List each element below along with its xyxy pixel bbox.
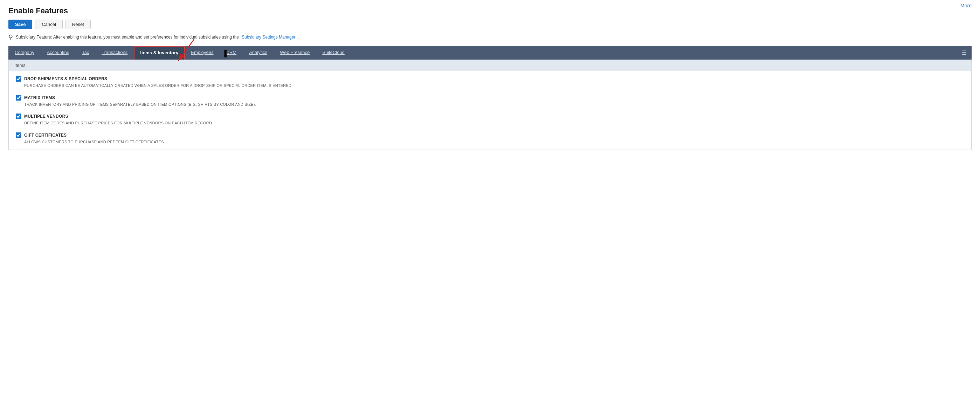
checkbox-matrix-items[interactable]	[16, 95, 21, 100]
subsidiary-settings-link[interactable]: Subsidiary Settings Manager	[242, 35, 295, 40]
page-container: More Enable Features Save Cancel Reset ⚲…	[0, 0, 980, 405]
nav-tab-menu-button[interactable]: ☰	[957, 46, 972, 59]
feature-item-gift-certificates: GIFT CERTIFICATESALLOWS CUSTOMERS TO PUR…	[16, 132, 964, 145]
feature-item-multiple-vendors: MULTIPLE VENDORSDEFINE ITEM CODES AND PU…	[16, 113, 964, 126]
nav-tab-company[interactable]: Company	[8, 46, 41, 59]
cancel-button[interactable]: Cancel	[35, 20, 62, 29]
nav-tab-crm[interactable]: CRM	[220, 46, 243, 59]
feature-label-gift-certificates: GIFT CERTIFICATES	[24, 133, 67, 138]
section-body-items: DROP SHIPMENTS & SPECIAL ORDERSPURCHASE …	[9, 71, 971, 150]
feature-label-matrix-items: MATRIX ITEMS	[24, 95, 55, 100]
nav-tab-transactions[interactable]: Transactions	[95, 46, 134, 59]
nav-tab-web-presence[interactable]: Web Presence	[274, 46, 316, 59]
feature-desc-matrix-items: TRACK INVENTORY AND PRICING OF ITEMS SEP…	[24, 102, 964, 108]
notice-suffix: .	[298, 35, 299, 40]
feature-label-multiple-vendors: MULTIPLE VENDORS	[24, 114, 68, 119]
feature-desc-drop-shipments: PURCHASE ORDERS CAN BE AUTOMATICALLY CRE…	[24, 83, 964, 89]
feature-row-multiple-vendors: MULTIPLE VENDORS	[16, 113, 964, 119]
section-header-items: Items	[9, 60, 971, 71]
more-button[interactable]: More	[960, 3, 972, 8]
feature-label-drop-shipments: DROP SHIPMENTS & SPECIAL ORDERS	[24, 77, 107, 81]
feature-desc-gift-certificates: ALLOWS CUSTOMERS TO PURCHASE AND REDEEM …	[24, 139, 964, 145]
feature-item-drop-shipments: DROP SHIPMENTS & SPECIAL ORDERSPURCHASE …	[16, 76, 964, 89]
notice-text: Subsidiary Feature: After enabling this …	[16, 35, 239, 40]
checkbox-multiple-vendors[interactable]	[16, 113, 21, 119]
nav-tab-suitecloud[interactable]: SuiteCloud	[316, 46, 351, 59]
nav-tab-accounting[interactable]: Accounting	[41, 46, 76, 59]
nav-tab-employees[interactable]: Employees	[185, 46, 220, 59]
checkbox-drop-shipments[interactable]	[16, 76, 21, 81]
subsidiary-icon: ⚲	[8, 33, 13, 41]
feature-row-matrix-items: MATRIX ITEMS	[16, 95, 964, 100]
content-area: ItemsDROP SHIPMENTS & SPECIAL ORDERSPURC…	[8, 59, 972, 150]
page-title: Enable Features	[8, 6, 972, 15]
feature-desc-multiple-vendors: DEFINE ITEM CODES AND PURCHASE PRICES FO…	[24, 120, 964, 126]
checkbox-gift-certificates[interactable]	[16, 132, 21, 138]
toolbar: Save Cancel Reset	[8, 20, 972, 29]
subsidiary-notice: ⚲ Subsidiary Feature: After enabling thi…	[8, 33, 972, 41]
feature-row-drop-shipments: DROP SHIPMENTS & SPECIAL ORDERS	[16, 76, 964, 81]
section-items: ItemsDROP SHIPMENTS & SPECIAL ORDERSPURC…	[9, 60, 971, 150]
nav-tab-tax[interactable]: Tax	[76, 46, 95, 59]
save-button[interactable]: Save	[8, 20, 32, 29]
feature-row-gift-certificates: GIFT CERTIFICATES	[16, 132, 964, 138]
nav-tab-items-inventory[interactable]: Items & Inventory	[134, 46, 185, 59]
feature-item-matrix-items: MATRIX ITEMSTRACK INVENTORY AND PRICING …	[16, 95, 964, 108]
nav-tab-analytics[interactable]: Analytics	[243, 46, 274, 59]
reset-button[interactable]: Reset	[65, 20, 91, 29]
nav-tabs: CompanyAccountingTaxTransactionsItems & …	[8, 46, 972, 59]
